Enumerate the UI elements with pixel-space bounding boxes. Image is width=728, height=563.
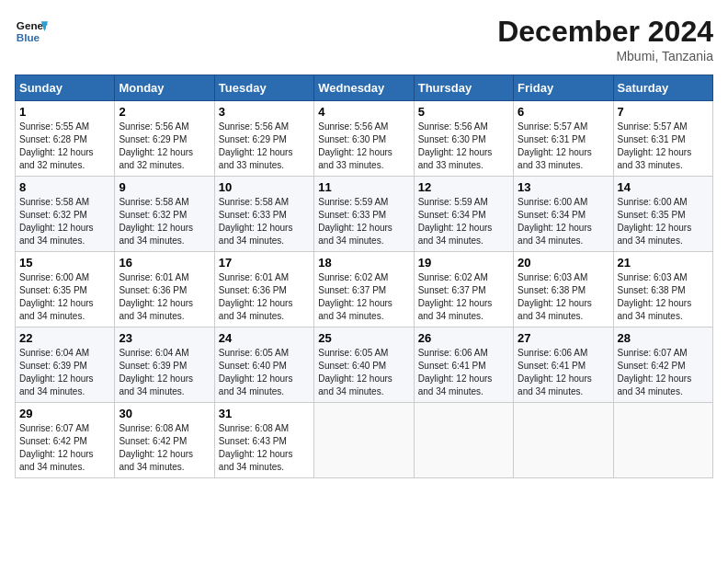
calendar-cell: 13Sunrise: 6:00 AM Sunset: 6:34 PM Dayli… xyxy=(514,177,613,252)
day-info: Sunrise: 6:02 AM Sunset: 6:37 PM Dayligh… xyxy=(318,271,409,323)
calendar-cell: 5Sunrise: 5:56 AM Sunset: 6:30 PM Daylig… xyxy=(414,101,513,177)
day-info: Sunrise: 5:57 AM Sunset: 6:31 PM Dayligh… xyxy=(618,121,709,172)
day-number: 10 xyxy=(219,180,310,194)
day-number: 8 xyxy=(19,180,110,194)
calendar-cell xyxy=(414,403,513,478)
day-info: Sunrise: 5:56 AM Sunset: 6:29 PM Dayligh… xyxy=(119,121,210,172)
week-row-5: 29Sunrise: 6:07 AM Sunset: 6:42 PM Dayli… xyxy=(16,403,713,478)
day-info: Sunrise: 6:00 AM Sunset: 6:34 PM Dayligh… xyxy=(518,196,609,247)
day-number: 9 xyxy=(119,180,210,194)
day-number: 23 xyxy=(119,331,210,345)
day-info: Sunrise: 6:03 AM Sunset: 6:38 PM Dayligh… xyxy=(518,271,609,323)
day-info: Sunrise: 6:04 AM Sunset: 6:39 PM Dayligh… xyxy=(19,347,110,398)
day-number: 20 xyxy=(518,256,609,270)
day-number: 2 xyxy=(119,105,210,119)
day-info: Sunrise: 5:58 AM Sunset: 6:33 PM Dayligh… xyxy=(219,196,310,247)
day-info: Sunrise: 5:59 AM Sunset: 6:34 PM Dayligh… xyxy=(418,196,509,247)
calendar-cell: 11Sunrise: 5:59 AM Sunset: 6:33 PM Dayli… xyxy=(314,177,414,252)
day-info: Sunrise: 5:57 AM Sunset: 6:31 PM Dayligh… xyxy=(518,121,609,172)
calendar-cell xyxy=(514,403,613,478)
calendar-cell: 31Sunrise: 6:08 AM Sunset: 6:43 PM Dayli… xyxy=(214,403,313,478)
day-number: 27 xyxy=(518,331,609,345)
col-header-monday: Monday xyxy=(115,75,214,101)
day-number: 1 xyxy=(19,105,110,119)
day-info: Sunrise: 5:56 AM Sunset: 6:29 PM Dayligh… xyxy=(219,121,310,172)
day-number: 3 xyxy=(219,105,310,119)
day-number: 5 xyxy=(418,105,509,119)
day-info: Sunrise: 6:00 AM Sunset: 6:35 PM Dayligh… xyxy=(19,271,110,323)
day-number: 30 xyxy=(119,407,210,420)
week-row-3: 15Sunrise: 6:00 AM Sunset: 6:35 PM Dayli… xyxy=(16,252,713,327)
week-row-2: 8Sunrise: 5:58 AM Sunset: 6:32 PM Daylig… xyxy=(16,177,713,252)
col-header-saturday: Saturday xyxy=(613,75,712,101)
calendar-header-row: SundayMondayTuesdayWednesdayThursdayFrid… xyxy=(16,75,713,101)
week-row-1: 1Sunrise: 5:55 AM Sunset: 6:28 PM Daylig… xyxy=(16,101,713,177)
day-number: 19 xyxy=(418,256,509,270)
week-row-4: 22Sunrise: 6:04 AM Sunset: 6:39 PM Dayli… xyxy=(16,327,713,403)
day-info: Sunrise: 6:06 AM Sunset: 6:41 PM Dayligh… xyxy=(518,347,609,398)
calendar-cell: 16Sunrise: 6:01 AM Sunset: 6:36 PM Dayli… xyxy=(115,252,214,327)
day-number: 12 xyxy=(418,180,509,194)
day-info: Sunrise: 5:56 AM Sunset: 6:30 PM Dayligh… xyxy=(418,121,509,172)
day-info: Sunrise: 5:55 AM Sunset: 6:28 PM Dayligh… xyxy=(19,121,110,172)
calendar-cell: 10Sunrise: 5:58 AM Sunset: 6:33 PM Dayli… xyxy=(214,177,313,252)
day-info: Sunrise: 6:08 AM Sunset: 6:42 PM Dayligh… xyxy=(119,422,210,474)
day-info: Sunrise: 6:00 AM Sunset: 6:35 PM Dayligh… xyxy=(618,196,709,247)
calendar-cell: 17Sunrise: 6:01 AM Sunset: 6:36 PM Dayli… xyxy=(214,252,313,327)
calendar-cell: 12Sunrise: 5:59 AM Sunset: 6:34 PM Dayli… xyxy=(414,177,513,252)
day-info: Sunrise: 6:07 AM Sunset: 6:42 PM Dayligh… xyxy=(618,347,709,398)
title-block: December 2024 Mbumi, Tanzania xyxy=(497,15,713,63)
calendar-table: SundayMondayTuesdayWednesdayThursdayFrid… xyxy=(15,75,713,478)
day-info: Sunrise: 6:04 AM Sunset: 6:39 PM Dayligh… xyxy=(119,347,210,398)
day-number: 4 xyxy=(318,105,409,119)
col-header-friday: Friday xyxy=(514,75,613,101)
calendar-cell: 26Sunrise: 6:06 AM Sunset: 6:41 PM Dayli… xyxy=(414,327,513,403)
logo-icon: General Blue xyxy=(15,15,48,48)
calendar-cell xyxy=(613,403,712,478)
col-header-wednesday: Wednesday xyxy=(314,75,414,101)
day-info: Sunrise: 6:01 AM Sunset: 6:36 PM Dayligh… xyxy=(219,271,310,323)
day-number: 26 xyxy=(418,331,509,345)
day-info: Sunrise: 6:05 AM Sunset: 6:40 PM Dayligh… xyxy=(318,347,409,398)
calendar-cell: 25Sunrise: 6:05 AM Sunset: 6:40 PM Dayli… xyxy=(314,327,414,403)
calendar-cell: 4Sunrise: 5:56 AM Sunset: 6:30 PM Daylig… xyxy=(314,101,414,177)
calendar-cell: 27Sunrise: 6:06 AM Sunset: 6:41 PM Dayli… xyxy=(514,327,613,403)
col-header-sunday: Sunday xyxy=(16,75,115,101)
calendar-cell: 8Sunrise: 5:58 AM Sunset: 6:32 PM Daylig… xyxy=(16,177,115,252)
calendar-cell: 1Sunrise: 5:55 AM Sunset: 6:28 PM Daylig… xyxy=(16,101,115,177)
day-number: 17 xyxy=(219,256,310,270)
day-info: Sunrise: 6:08 AM Sunset: 6:43 PM Dayligh… xyxy=(219,422,310,474)
day-number: 29 xyxy=(19,407,110,420)
calendar-cell: 14Sunrise: 6:00 AM Sunset: 6:35 PM Dayli… xyxy=(613,177,712,252)
day-number: 13 xyxy=(518,180,609,194)
day-number: 18 xyxy=(318,256,409,270)
calendar-cell: 7Sunrise: 5:57 AM Sunset: 6:31 PM Daylig… xyxy=(613,101,712,177)
calendar-cell: 22Sunrise: 6:04 AM Sunset: 6:39 PM Dayli… xyxy=(16,327,115,403)
day-number: 21 xyxy=(618,256,709,270)
day-number: 14 xyxy=(618,180,709,194)
day-info: Sunrise: 6:02 AM Sunset: 6:37 PM Dayligh… xyxy=(418,271,509,323)
day-number: 7 xyxy=(618,105,709,119)
day-info: Sunrise: 6:03 AM Sunset: 6:38 PM Dayligh… xyxy=(618,271,709,323)
calendar-cell: 21Sunrise: 6:03 AM Sunset: 6:38 PM Dayli… xyxy=(613,252,712,327)
svg-text:Blue: Blue xyxy=(17,31,40,43)
day-number: 16 xyxy=(119,256,210,270)
calendar-cell: 24Sunrise: 6:05 AM Sunset: 6:40 PM Dayli… xyxy=(214,327,313,403)
calendar-cell: 15Sunrise: 6:00 AM Sunset: 6:35 PM Dayli… xyxy=(16,252,115,327)
day-info: Sunrise: 6:01 AM Sunset: 6:36 PM Dayligh… xyxy=(119,271,210,323)
calendar-cell: 19Sunrise: 6:02 AM Sunset: 6:37 PM Dayli… xyxy=(414,252,513,327)
calendar-cell: 18Sunrise: 6:02 AM Sunset: 6:37 PM Dayli… xyxy=(314,252,414,327)
day-number: 15 xyxy=(19,256,110,270)
calendar-cell: 2Sunrise: 5:56 AM Sunset: 6:29 PM Daylig… xyxy=(115,101,214,177)
calendar-cell: 9Sunrise: 5:58 AM Sunset: 6:32 PM Daylig… xyxy=(115,177,214,252)
logo: General Blue xyxy=(15,15,48,48)
day-info: Sunrise: 5:56 AM Sunset: 6:30 PM Dayligh… xyxy=(318,121,409,172)
day-number: 31 xyxy=(219,407,310,420)
calendar-cell: 23Sunrise: 6:04 AM Sunset: 6:39 PM Dayli… xyxy=(115,327,214,403)
day-number: 25 xyxy=(318,331,409,345)
col-header-tuesday: Tuesday xyxy=(214,75,313,101)
day-info: Sunrise: 5:58 AM Sunset: 6:32 PM Dayligh… xyxy=(19,196,110,247)
day-info: Sunrise: 6:06 AM Sunset: 6:41 PM Dayligh… xyxy=(418,347,509,398)
calendar-cell: 6Sunrise: 5:57 AM Sunset: 6:31 PM Daylig… xyxy=(514,101,613,177)
day-number: 11 xyxy=(318,180,409,194)
